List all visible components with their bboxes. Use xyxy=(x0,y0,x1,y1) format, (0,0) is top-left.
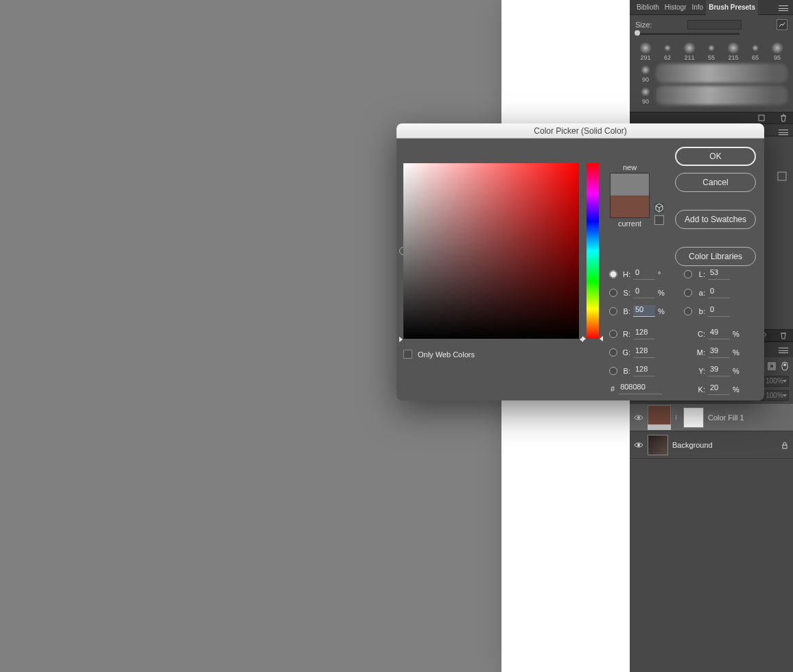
color-swatch[interactable] xyxy=(610,173,650,218)
field-marker-left-icon xyxy=(399,337,403,342)
bri-input[interactable]: 50 xyxy=(633,305,655,317)
c-label: C: xyxy=(695,330,705,338)
g-radio[interactable] xyxy=(609,348,617,357)
cube-gamut-icon[interactable] xyxy=(654,203,664,213)
r-input[interactable]: 128 xyxy=(633,328,655,339)
opacity-input[interactable]: 100% xyxy=(760,376,789,387)
brush-preset[interactable]: 291 xyxy=(635,42,656,61)
tab-info[interactable]: Info xyxy=(689,0,707,15)
cancel-button[interactable]: Cancel xyxy=(675,173,756,192)
svg-rect-0 xyxy=(759,115,764,121)
new-color-swatch xyxy=(611,173,649,195)
hue-input[interactable]: 0 xyxy=(633,268,655,280)
brush-preset[interactable]: 55 xyxy=(701,42,722,61)
trash-icon[interactable] xyxy=(779,114,788,122)
layer-thumbnail[interactable] xyxy=(648,405,671,426)
panel-menu-icon[interactable] xyxy=(779,130,788,135)
layer-thumbnail[interactable] xyxy=(648,435,668,455)
layer-row-background[interactable]: Background xyxy=(630,431,793,459)
add-to-swatches-button[interactable]: Add to Swatches xyxy=(675,210,756,229)
bc-label: B: xyxy=(620,367,630,375)
fill-input[interactable]: 100% xyxy=(760,390,789,401)
color-libraries-button[interactable]: Color Libraries xyxy=(675,247,756,266)
brush-preview-toggle-icon[interactable] xyxy=(777,19,788,30)
tab-brush-presets[interactable]: Brush Presets xyxy=(706,0,758,15)
tab-histogram[interactable]: Histogr xyxy=(662,0,689,15)
y-input[interactable]: 39 xyxy=(708,365,730,376)
websafe-swatch-icon[interactable] xyxy=(654,215,664,225)
l-radio[interactable] xyxy=(684,270,692,278)
brush-preset[interactable]: 215 xyxy=(723,42,744,61)
hex-input[interactable]: 808080 xyxy=(619,383,663,394)
sat-input[interactable]: 0 xyxy=(633,287,655,298)
svg-point-11 xyxy=(783,363,786,366)
l-input[interactable]: 53 xyxy=(708,268,730,280)
b-label: B: xyxy=(620,307,630,315)
brush-preset[interactable]: 95 xyxy=(767,42,788,61)
svg-point-19 xyxy=(637,444,640,446)
layer-name[interactable]: Background xyxy=(672,441,713,449)
top-panel-tabbar: Biblioth Histogr Info Brush Presets xyxy=(630,0,793,15)
web-colors-label[interactable]: Only Web Colors xyxy=(418,350,475,359)
layer-list: ⁞ Color Fill 1 Background xyxy=(630,404,793,459)
panel-menu-icon[interactable] xyxy=(779,348,788,353)
bc-radio[interactable] xyxy=(609,367,617,375)
a-label: a: xyxy=(695,289,705,297)
r-radio[interactable] xyxy=(609,330,617,338)
layer-mask-thumbnail[interactable] xyxy=(683,407,704,428)
b2-label: b: xyxy=(695,307,705,315)
layer-row-color-fill[interactable]: ⁞ Color Fill 1 xyxy=(630,404,793,431)
k-input[interactable]: 20 xyxy=(708,383,730,395)
color-field-cursor[interactable] xyxy=(399,247,407,255)
brush-size-input[interactable] xyxy=(687,20,742,29)
saturation-brightness-field[interactable] xyxy=(403,163,579,339)
current-color-swatch[interactable] xyxy=(611,195,649,217)
svg-point-18 xyxy=(637,416,640,419)
g-label: G: xyxy=(620,348,630,357)
m-input[interactable]: 39 xyxy=(708,346,730,358)
brush-grid: 291 62 211 55 215 65 95 xyxy=(635,42,788,61)
brush-presets-panel: Size: 291 62 211 55 215 65 95 90 90 xyxy=(630,15,793,112)
brush-preset-wide[interactable]: 90 xyxy=(635,86,788,105)
hue-slider[interactable] xyxy=(587,163,599,339)
panel-side-icon[interactable] xyxy=(777,171,788,182)
bri-radio[interactable] xyxy=(609,307,617,315)
visibility-toggle-icon[interactable] xyxy=(634,440,643,450)
b2-radio[interactable] xyxy=(684,307,692,315)
hue-marker-right-icon xyxy=(600,336,603,341)
lock-icon[interactable] xyxy=(781,441,789,449)
hue-radio[interactable] xyxy=(609,270,617,278)
brush-preset-wide[interactable]: 90 xyxy=(635,64,788,83)
y-label: Y: xyxy=(695,367,705,375)
svg-rect-1 xyxy=(778,172,786,180)
web-colors-checkbox[interactable] xyxy=(403,350,412,359)
brush-preset[interactable]: 62 xyxy=(657,42,678,61)
c-input[interactable]: 49 xyxy=(708,328,730,339)
a-radio[interactable] xyxy=(684,289,692,297)
brush-preset[interactable]: 65 xyxy=(745,42,766,61)
mask-link-icon[interactable]: ⁞ xyxy=(675,413,679,422)
a-input[interactable]: 0 xyxy=(708,287,730,298)
layer-name[interactable]: Color Fill 1 xyxy=(708,413,744,422)
panel-menu-icon[interactable] xyxy=(779,5,788,11)
color-values-grid: H: 0° L: 53 S: 0% a: 0 B: 50% b: 0 xyxy=(609,265,741,398)
new-brush-icon[interactable] xyxy=(757,114,766,122)
filter-smart-icon[interactable] xyxy=(767,362,776,371)
brush-size-slider[interactable] xyxy=(637,33,739,35)
r-label: R: xyxy=(620,330,630,338)
b2-input[interactable]: 0 xyxy=(708,305,730,317)
svg-rect-20 xyxy=(783,445,787,448)
trash-icon[interactable] xyxy=(779,331,788,339)
m-label: M: xyxy=(695,348,705,357)
ok-button[interactable]: OK xyxy=(675,147,756,166)
g-input[interactable]: 128 xyxy=(633,346,655,358)
filter-toggle-icon[interactable] xyxy=(780,362,789,371)
brush-preset[interactable]: 211 xyxy=(679,42,700,61)
bc-input[interactable]: 128 xyxy=(633,365,655,376)
s-label: S: xyxy=(620,289,630,297)
svg-rect-9 xyxy=(770,364,774,368)
tab-libraries[interactable]: Biblioth xyxy=(634,0,662,15)
visibility-toggle-icon[interactable] xyxy=(634,413,643,422)
sat-radio[interactable] xyxy=(609,289,617,297)
l-label: L: xyxy=(695,270,705,278)
